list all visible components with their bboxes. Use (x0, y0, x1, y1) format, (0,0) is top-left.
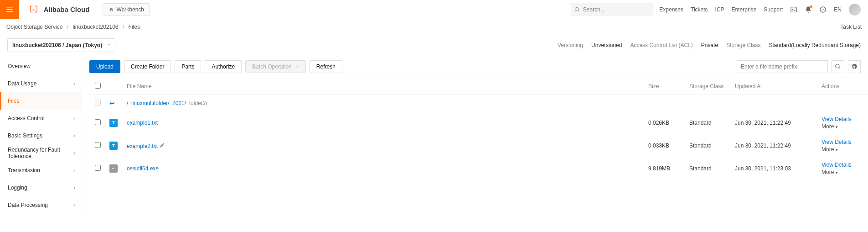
back-icon[interactable]: ↩ (109, 100, 115, 107)
file-storage-class: Standard (686, 157, 731, 180)
view-details-link[interactable]: View Details (822, 162, 852, 168)
crumb-root[interactable]: Object Storage Service (6, 24, 62, 30)
top-link-icp[interactable]: ICP (715, 6, 724, 13)
top-link-support[interactable]: Support (764, 6, 783, 13)
more-actions-link[interactable]: More ▾ (822, 169, 864, 175)
file-updated-at: Jun 30, 2021, 11:22:49 (731, 111, 818, 134)
parts-button[interactable]: Parts (175, 60, 201, 73)
sidebar-item-data-processing[interactable]: Data Processing› (0, 196, 82, 214)
sidebar-item-overview[interactable]: Overview (0, 58, 82, 75)
file-size: 9.819MB (645, 157, 686, 180)
avatar[interactable] (849, 4, 861, 16)
more-actions-link[interactable]: More ▾ (822, 123, 864, 130)
prefix-search-button[interactable] (832, 60, 844, 73)
path-seg-2[interactable]: 2021/ (172, 100, 186, 106)
home-icon (108, 7, 114, 12)
sidebar-item-data-usage[interactable]: Data Usage› (0, 75, 82, 92)
file-table: File Name Size Storage Class Updated At … (89, 78, 868, 180)
versioning-value[interactable]: Unversioned (591, 42, 622, 48)
file-name-link[interactable]: example1.txt (127, 120, 158, 126)
chevron-right-icon: › (73, 132, 75, 139)
workbench-button[interactable]: Workbench (103, 3, 150, 16)
row-checkbox[interactable] (95, 165, 101, 171)
global-search-input[interactable] (583, 6, 650, 13)
chevron-right-icon: › (73, 202, 75, 208)
row-checkbox[interactable] (95, 119, 101, 125)
col-filename: File Name (123, 78, 645, 95)
col-storage-class: Storage Class (686, 78, 731, 95)
col-updated-at: Updated At (731, 78, 818, 95)
file-storage-class: Standard (686, 134, 731, 157)
row-checkbox[interactable] (95, 142, 101, 148)
sidebar-item-redundancy-for-fault-tolerance[interactable]: Redundancy for Fault Tolerance› (0, 144, 82, 162)
table-settings-button[interactable] (848, 60, 861, 73)
region-selector-label: linuxbucket202106 / Japan (Tokyo) (12, 42, 102, 48)
path-seg-1[interactable]: linuxmultifolder/ (131, 100, 169, 106)
prefix-filter[interactable] (737, 60, 828, 73)
cloudshell-icon[interactable] (790, 6, 797, 13)
row-checkbox (95, 100, 101, 105)
table-row: Texample1.txt0.026KBStandardJun 30, 2021… (89, 111, 868, 134)
breadcrumb: Object Storage Service / linuxbucket2021… (6, 24, 140, 30)
prefix-filter-input[interactable] (741, 63, 824, 70)
sidebar-item-label: Data Usage (8, 80, 36, 87)
chevron-right-icon: › (73, 115, 75, 121)
brand-logo[interactable]: 〔-〕 Alibaba Cloud (19, 4, 96, 15)
top-link-enterprise[interactable]: Enterprise (732, 6, 757, 13)
crumb-bucket[interactable]: linuxbucket202106 (72, 24, 118, 30)
versioning-label: Versioning (558, 42, 583, 48)
sidebar-item-label: Access Control (8, 115, 45, 121)
help-icon[interactable]: ? (819, 6, 827, 13)
more-actions-link[interactable]: More ▾ (822, 146, 864, 153)
table-row: ⋯ossutil64.exe9.819MBStandardJun 30, 202… (89, 157, 868, 180)
sidebar-item-label: Transmission (8, 167, 40, 174)
file-updated-at: Jun 30, 2021, 11:23:03 (731, 157, 818, 180)
acl-label: Access Control List (ACL) (630, 42, 692, 48)
sidebar-item-logging[interactable]: Logging› (0, 179, 82, 196)
col-actions: Actions (818, 78, 868, 95)
sidebar-item-transmission[interactable]: Transmission› (0, 162, 82, 179)
authorize-button[interactable]: Authorize (205, 60, 242, 73)
path-current: folder2/ (189, 100, 207, 106)
search-icon (574, 6, 580, 13)
chevron-down-icon (294, 64, 299, 69)
view-details-link[interactable]: View Details (822, 139, 852, 145)
col-size: Size (645, 78, 686, 95)
file-size: 0.033KB (645, 134, 686, 157)
acl-value[interactable]: Private (701, 42, 718, 48)
bell-icon[interactable] (805, 6, 812, 13)
topbar: 〔-〕 Alibaba Cloud Workbench Expenses Tic… (0, 0, 868, 19)
upload-button[interactable]: Upload (89, 60, 120, 73)
workbench-label: Workbench (117, 6, 144, 13)
top-link-expenses[interactable]: Expenses (659, 6, 683, 13)
subheader: linuxbucket202106 / Japan (Tokyo) Versio… (0, 35, 868, 56)
global-search[interactable] (571, 3, 653, 16)
svg-text:?: ? (822, 7, 824, 11)
batch-operation-button: Batch Operation (245, 60, 306, 73)
edit-icon[interactable] (160, 142, 165, 148)
chevron-right-icon: › (73, 185, 75, 191)
region-selector[interactable]: linuxbucket202106 / Japan (Tokyo) (7, 38, 115, 52)
sidebar-item-files[interactable]: Files (0, 92, 82, 110)
sidebar-item-access-control[interactable]: Access Control› (0, 110, 82, 127)
view-details-link[interactable]: View Details (822, 116, 852, 122)
lang-switch[interactable]: EN (834, 6, 842, 13)
bucket-meta: Versioning Unversioned Access Control Li… (558, 42, 861, 48)
storage-class-value[interactable]: Standard(Locally Redundant Storage) (769, 42, 861, 48)
top-link-tickets[interactable]: Tickets (691, 6, 708, 13)
sidebar-item-basic-settings[interactable]: Basic Settings› (0, 127, 82, 144)
file-name-link[interactable]: ossutil64.exe (127, 165, 159, 172)
file-size: 0.026KB (645, 111, 686, 134)
create-folder-button[interactable]: Create Folder (124, 60, 171, 73)
chevron-right-icon: › (73, 150, 75, 156)
path-root[interactable]: / (127, 100, 128, 106)
sidebar-item-label: Data Processing (8, 202, 48, 208)
nav-toggle-button[interactable] (0, 0, 19, 19)
sidebar-item-label: Redundancy for Fault Tolerance (8, 147, 73, 159)
file-name-link[interactable]: example2.txt (127, 143, 158, 149)
refresh-button[interactable]: Refresh (310, 60, 342, 73)
task-list-link[interactable]: Task List (840, 24, 862, 30)
chevron-down-icon (107, 42, 111, 47)
search-icon (835, 63, 841, 70)
select-all-checkbox[interactable] (95, 83, 101, 89)
